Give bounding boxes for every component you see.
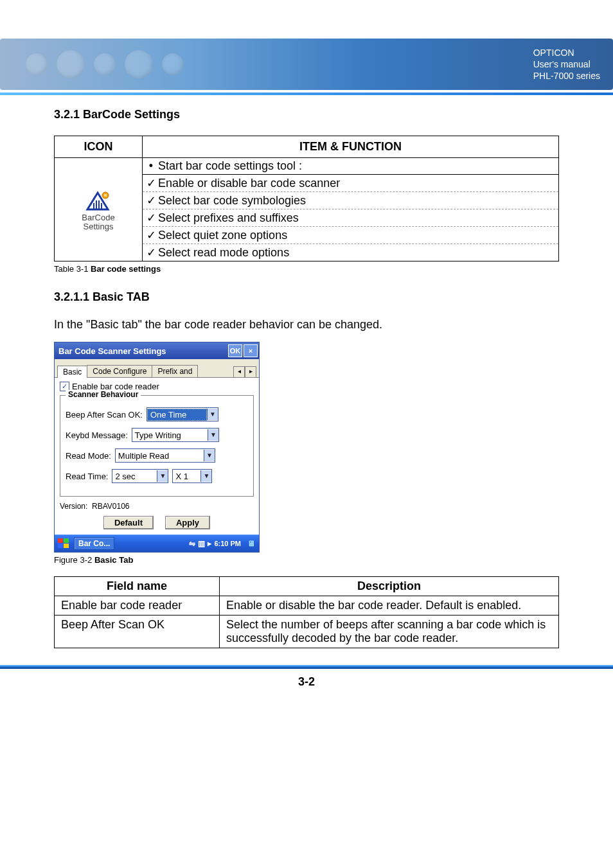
chevron-down-icon: ▼ (207, 409, 218, 420)
readtime-select-1[interactable]: 2 sec ▼ (112, 469, 168, 483)
tray-desktop-icon[interactable]: 🖥 (247, 539, 255, 548)
th-item: ITEM & FUNCTION (143, 136, 559, 158)
tray-barcode-icon: ▥ (198, 539, 205, 548)
start-button[interactable] (56, 536, 71, 551)
th-fieldname: Field name (55, 577, 220, 596)
device-screenshot: Bar Code Scanner Settings OK × Basic Cod… (54, 342, 260, 553)
icon-label-1: BarCode (82, 213, 114, 222)
keybd-label: Keybd Message: (66, 430, 128, 440)
tray-arrow-icon: ▸ (208, 539, 211, 548)
header-separator (0, 93, 613, 95)
check-readmode: Select read mode options (143, 244, 558, 261)
header-company: OPTICON (533, 47, 600, 58)
field-beep: Beep After Scan OK (55, 616, 220, 648)
check-symbologies: Select bar code symbologies (143, 192, 558, 209)
beep-label: Beep After Scan OK: (66, 410, 143, 420)
window-titlebar: Bar Code Scanner Settings OK × (55, 342, 259, 359)
section-title: 3.2.1 BarCode Settings (54, 108, 559, 121)
header-decor (26, 50, 184, 78)
readtime-value-2: X 1 (173, 471, 200, 482)
table-row: Enable bar code reader Enable or disable… (55, 596, 559, 616)
svg-rect-8 (58, 544, 63, 548)
chevron-down-icon: ▼ (200, 470, 211, 482)
check-prefixes: Select prefixes and suffixes (143, 209, 558, 227)
svg-rect-7 (64, 538, 69, 543)
readmode-select[interactable]: Multiple Read ▼ (115, 448, 215, 463)
tab-prefix[interactable]: Prefix and (152, 365, 198, 377)
system-tray: ⇋ ▥ ▸ 6:10 PM 🖥 (186, 539, 258, 548)
tab-scroll-left-icon[interactable]: ◂ (233, 366, 245, 377)
taskbar-app[interactable]: Bar Co... (74, 537, 114, 550)
bullet-start: Start bar code settings tool : (143, 158, 558, 174)
svg-rect-5 (104, 194, 107, 197)
icon-cell: BarCode Settings (55, 158, 143, 261)
header-banner: OPTICON User's manual PHL-7000 series (0, 39, 613, 90)
default-button[interactable]: Default (103, 516, 154, 529)
caption-bold: Bar code settings (91, 264, 161, 274)
tab-code-configure[interactable]: Code Configure (87, 365, 152, 377)
readtime-select-2[interactable]: X 1 ▼ (172, 469, 212, 483)
keybd-value: Type Writing (132, 430, 208, 441)
barcode-settings-icon: BarCode Settings (82, 188, 114, 232)
readmode-label: Read Mode: (66, 451, 111, 461)
page-number: 3-2 (0, 675, 613, 705)
icon-function-table: ICON ITEM & FUNCTION BarCode Settin (54, 136, 559, 261)
table-row: Beep After Scan OK Select the number of … (55, 616, 559, 648)
icon-label-2: Settings (84, 222, 114, 231)
taskbar: Bar Co... ⇋ ▥ ▸ 6:10 PM 🖥 (55, 535, 259, 552)
svg-rect-9 (64, 544, 69, 548)
header-doc: User's manual (533, 58, 600, 70)
header-series: PHL-7000 series (533, 70, 600, 82)
readmode-value: Multiple Read (116, 450, 204, 461)
readtime-label: Read Time: (66, 472, 108, 481)
header-text: OPTICON User's manual PHL-7000 series (533, 47, 600, 82)
th-description: Description (220, 577, 559, 596)
keybd-select[interactable]: Type Writing ▼ (132, 428, 219, 442)
apply-button[interactable]: Apply (165, 516, 210, 529)
version-row: Version: RBAV0106 (55, 498, 259, 515)
field-enable: Enable bar code reader (55, 596, 220, 616)
beep-value: One Time (147, 409, 207, 421)
readtime-value-1: 2 sec (112, 471, 157, 482)
desc-beep: Select the number of beeps after scannin… (220, 616, 559, 648)
tab-strip: Basic Code Configure Prefix and ◂ ▸ (55, 359, 259, 378)
ok-button[interactable]: OK (228, 344, 242, 357)
tray-time: 6:10 PM (214, 540, 241, 547)
table-caption: Table 3-1 Bar code settings (54, 264, 559, 274)
figure-caption: Figure 3-2 Basic Tab (54, 555, 559, 565)
check-quietzone: Select quiet zone options (143, 227, 558, 244)
tab-scroll-right-icon[interactable]: ▸ (245, 366, 256, 377)
chevron-down-icon: ▼ (157, 470, 168, 482)
tab-basic[interactable]: Basic (57, 366, 87, 378)
footer-separator (0, 665, 613, 669)
check-enable: Enable or disable bar code scanner (143, 175, 558, 192)
svg-rect-6 (58, 538, 63, 543)
subsection-title: 3.2.1.1 Basic TAB (54, 290, 559, 304)
figcap-bold: Basic Tab (94, 555, 133, 565)
scanner-behaviour-group: Scanner Behaviour Beep After Scan OK: On… (60, 395, 254, 497)
caption-prefix: Table 3-1 (54, 264, 91, 274)
description-table: Field name Description Enable bar code r… (54, 576, 559, 648)
figcap-prefix: Figure 3-2 (54, 555, 94, 565)
group-legend: Scanner Behaviour (66, 390, 141, 399)
chevron-down-icon: ▼ (204, 450, 215, 461)
version-label: Version: (60, 502, 87, 511)
window-title: Bar Code Scanner Settings (58, 346, 227, 356)
chevron-down-icon: ▼ (208, 429, 218, 441)
tray-connection-icon: ⇋ (189, 539, 195, 548)
th-icon: ICON (55, 136, 143, 158)
version-value: RBAV0106 (92, 502, 129, 511)
beep-select[interactable]: One Time ▼ (147, 407, 218, 421)
subsection-intro: In the "Basic tab" the bar code reader b… (54, 318, 559, 332)
close-button[interactable]: × (244, 344, 258, 357)
desc-enable: Enable or disable the bar code reader. D… (220, 596, 559, 616)
